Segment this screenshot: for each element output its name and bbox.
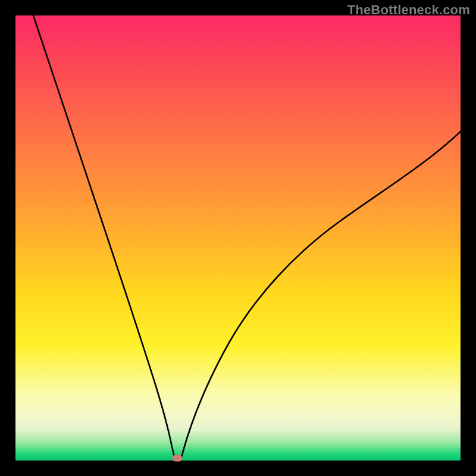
curve-left-branch bbox=[33, 15, 175, 459]
chart-frame: TheBottleneck.com bbox=[0, 0, 476, 476]
bottleneck-curve bbox=[15, 15, 461, 461]
watermark-text: TheBottleneck.com bbox=[347, 2, 470, 18]
curve-right-branch bbox=[181, 131, 461, 459]
optimum-marker bbox=[173, 455, 183, 462]
plot-area bbox=[15, 15, 461, 461]
